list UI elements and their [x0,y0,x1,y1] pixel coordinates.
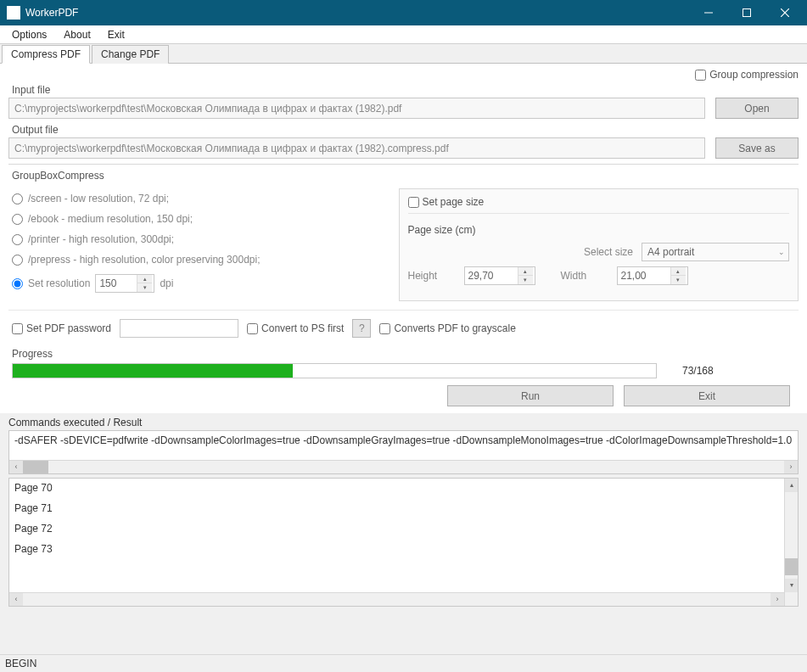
log-line: Page 72 [14,523,779,535]
menubar: Options About Exit [0,25,807,44]
maximize-button[interactable] [727,0,765,25]
radio-prepress[interactable]: /prepress - high resolution, color prese… [12,254,390,266]
save-as-button[interactable]: Save as [715,137,799,159]
result-label: Commands executed / Result [8,417,807,428]
command-hscroll[interactable]: ‹ › [9,460,798,473]
page-size-panel: Set page size Page size (cm) Select size… [399,188,799,301]
scroll-up-icon[interactable]: ▴ [785,479,798,492]
menu-about[interactable]: About [55,27,98,42]
dpi-spinner[interactable]: ▴▾ [95,274,154,293]
output-file-label: Output file [12,124,799,136]
dpi-input[interactable] [96,278,137,289]
exit-button[interactable]: Exit [624,385,790,406]
input-file-label: Input file [12,84,799,96]
log-lines: Page 70 Page 71 Page 72 Page 73 [9,479,784,606]
width-spinner[interactable]: ▴▾ [617,266,688,285]
input-file-field[interactable] [8,98,705,119]
tab-strip: Compress PDF Change PDF [0,44,807,64]
scroll-right-icon[interactable]: › [771,593,784,606]
password-field[interactable] [120,319,238,338]
height-spinner[interactable]: ▴▾ [464,266,535,285]
scroll-left-icon[interactable]: ‹ [9,461,23,473]
scroll-thumb[interactable] [785,558,798,575]
set-page-size-checkbox[interactable]: Set page size [408,196,790,208]
tab-content: Group compression Input file Open Output… [0,64,807,413]
radio-set-resolution[interactable]: Set resolution ▴▾ dpi [12,274,390,293]
status-bar: BEGIN [0,654,807,672]
output-file-field[interactable] [8,137,705,159]
height-label: Height [408,270,456,282]
help-button[interactable]: ? [352,319,371,338]
radio-screen[interactable]: /screen - low resolution, 72 dpi; [12,193,390,204]
width-label: Width [561,270,608,282]
group-compression-label: Group compression [709,69,799,81]
scroll-thumb[interactable] [23,461,48,473]
height-input[interactable] [465,268,518,283]
command-text: -dSAFER -sDEVICE=pdfwrite -dDownsampleCo… [9,431,798,450]
log-line: Page 73 [14,543,779,555]
page-size-title: Page size (cm) [408,224,790,236]
set-password-checkbox[interactable]: Set PDF password [12,322,111,334]
command-box[interactable]: -dSAFER -sDEVICE=pdfwrite -dDownsampleCo… [8,430,799,474]
page-size-select[interactable]: A4 portrait ⌄ [642,243,789,261]
app-icon [7,6,20,20]
open-button[interactable]: Open [715,98,799,119]
groupbox-compress: GroupBoxCompress /screen - low resolutio… [8,164,799,341]
scroll-left-icon[interactable]: ‹ [9,593,23,606]
minimize-button[interactable] [689,0,727,25]
log-line: Page 71 [14,502,779,514]
run-button[interactable]: Run [447,385,614,406]
log-hscroll[interactable]: ‹ › [9,592,784,606]
radio-ebook[interactable]: /ebook - medium resolution, 150 dpi; [12,213,390,225]
dpi-up[interactable]: ▴ [137,275,152,283]
window-title: WorkerPDF [25,7,689,19]
close-button[interactable] [765,0,804,25]
group-compression-input[interactable] [695,70,706,81]
log-box[interactable]: Page 70 Page 71 Page 72 Page 73 ▴ ▾ ‹ › [8,478,799,607]
radio-printer[interactable]: /printer - high resolution, 300dpi; [12,233,390,245]
chevron-down-icon: ⌄ [778,248,785,256]
log-vscroll[interactable]: ▴ ▾ [784,479,798,606]
svg-rect-1 [743,9,750,17]
group-compression-checkbox[interactable]: Group compression [695,69,799,81]
menu-exit[interactable]: Exit [99,27,133,42]
progress-fill [13,364,293,378]
progress-bar [12,363,657,378]
progress-label: Progress [12,348,795,360]
titlebar[interactable]: WorkerPDF [0,0,807,25]
width-input[interactable] [618,268,670,283]
progress-text: 73/168 [682,365,714,377]
tab-compress-pdf[interactable]: Compress PDF [2,45,90,64]
log-line: Page 70 [14,482,779,494]
convert-ps-checkbox[interactable]: Convert to PS first [247,322,344,334]
groupbox-title: GroupBoxCompress [12,170,799,182]
select-size-label: Select size [548,246,633,258]
dpi-down[interactable]: ▾ [137,283,152,292]
scroll-right-icon[interactable]: › [784,461,798,473]
scroll-down-icon[interactable]: ▾ [785,579,798,592]
tab-change-pdf[interactable]: Change PDF [92,45,169,64]
menu-options[interactable]: Options [3,27,55,42]
page-size-value: A4 portrait [647,246,694,258]
grayscale-checkbox[interactable]: Converts PDF to grayscale [379,322,515,334]
